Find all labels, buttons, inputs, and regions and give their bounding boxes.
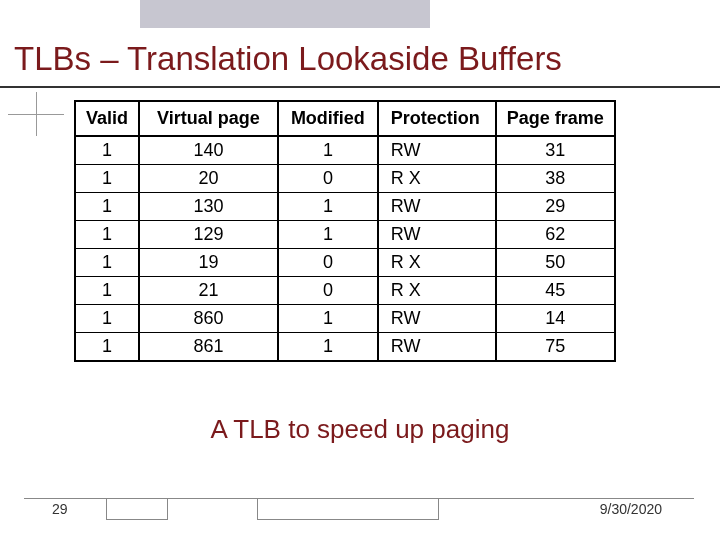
table-row: 1210R X45 xyxy=(75,277,615,305)
cell-virtual-page: 129 xyxy=(139,221,278,249)
table-row: 11401RW31 xyxy=(75,136,615,165)
table-row: 11291RW62 xyxy=(75,221,615,249)
cell-virtual-page: 861 xyxy=(139,333,278,362)
th-page-frame: Page frame xyxy=(496,101,615,136)
cell-virtual-page: 860 xyxy=(139,305,278,333)
tlb-table: Valid Virtual page Modified Protection P… xyxy=(74,100,616,362)
cell-page-frame: 50 xyxy=(496,249,615,277)
cell-valid: 1 xyxy=(75,305,139,333)
cell-page-frame: 31 xyxy=(496,136,615,165)
slide: TLBs – Translation Lookaside Buffers Val… xyxy=(0,0,720,540)
th-protection: Protection xyxy=(378,101,496,136)
tlb-table-wrap: Valid Virtual page Modified Protection P… xyxy=(74,100,616,362)
cell-virtual-page: 140 xyxy=(139,136,278,165)
slide-number: 29 xyxy=(52,501,68,517)
table-row: 1190R X50 xyxy=(75,249,615,277)
footer-box-right xyxy=(257,498,439,520)
cell-protection: RW xyxy=(378,333,496,362)
table-row: 18611RW75 xyxy=(75,333,615,362)
cell-page-frame: 29 xyxy=(496,193,615,221)
cell-virtual-page: 21 xyxy=(139,277,278,305)
cell-valid: 1 xyxy=(75,277,139,305)
cell-protection: RW xyxy=(378,136,496,165)
cell-modified: 1 xyxy=(278,221,378,249)
slide-caption: A TLB to speed up paging xyxy=(0,414,720,445)
table-row: 18601RW14 xyxy=(75,305,615,333)
cell-page-frame: 45 xyxy=(496,277,615,305)
slide-date: 9/30/2020 xyxy=(600,501,662,517)
cell-protection: RW xyxy=(378,221,496,249)
cell-modified: 1 xyxy=(278,333,378,362)
footer-box-left xyxy=(106,498,168,520)
cell-modified: 1 xyxy=(278,136,378,165)
cell-valid: 1 xyxy=(75,165,139,193)
cell-virtual-page: 130 xyxy=(139,193,278,221)
table-header-row: Valid Virtual page Modified Protection P… xyxy=(75,101,615,136)
cell-virtual-page: 19 xyxy=(139,249,278,277)
cell-modified: 0 xyxy=(278,277,378,305)
top-bar xyxy=(0,0,720,28)
cell-modified: 0 xyxy=(278,249,378,277)
slide-title: TLBs – Translation Lookaside Buffers xyxy=(14,40,714,78)
th-modified: Modified xyxy=(278,101,378,136)
crosshair-vertical xyxy=(36,92,37,136)
cell-modified: 1 xyxy=(278,305,378,333)
th-virtual-page: Virtual page xyxy=(139,101,278,136)
cell-modified: 1 xyxy=(278,193,378,221)
cell-page-frame: 38 xyxy=(496,165,615,193)
title-underline xyxy=(0,86,720,88)
top-grey-block xyxy=(140,0,430,28)
table-row: 1200R X38 xyxy=(75,165,615,193)
cell-page-frame: 14 xyxy=(496,305,615,333)
cell-protection: RW xyxy=(378,305,496,333)
table-row: 11301RW29 xyxy=(75,193,615,221)
cell-protection: RW xyxy=(378,193,496,221)
cell-valid: 1 xyxy=(75,193,139,221)
cell-page-frame: 62 xyxy=(496,221,615,249)
cell-valid: 1 xyxy=(75,136,139,165)
th-valid: Valid xyxy=(75,101,139,136)
cell-virtual-page: 20 xyxy=(139,165,278,193)
cell-valid: 1 xyxy=(75,249,139,277)
cell-modified: 0 xyxy=(278,165,378,193)
cell-valid: 1 xyxy=(75,333,139,362)
cell-protection: R X xyxy=(378,165,496,193)
cell-protection: R X xyxy=(378,249,496,277)
cell-protection: R X xyxy=(378,277,496,305)
cell-page-frame: 75 xyxy=(496,333,615,362)
cell-valid: 1 xyxy=(75,221,139,249)
